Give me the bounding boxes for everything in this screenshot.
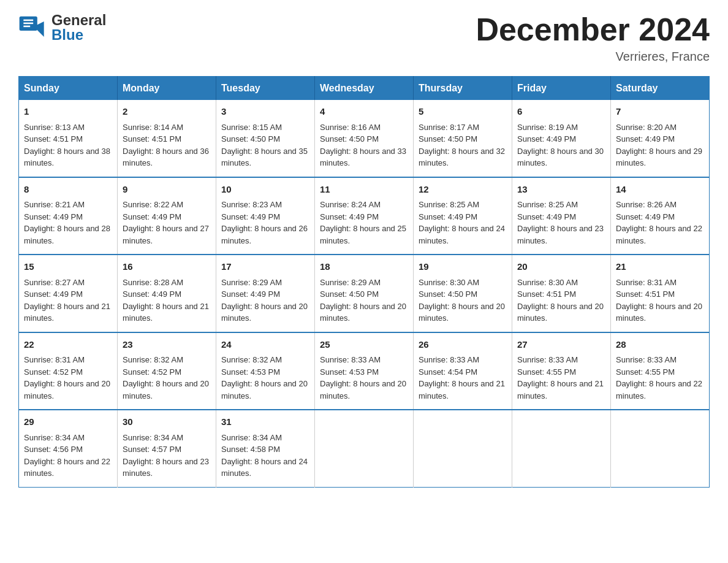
calendar-cell: 19 Sunrise: 8:30 AM Sunset: 4:50 PM Dayl…	[414, 255, 512, 332]
day-number: 28	[616, 338, 704, 352]
calendar-cell: 12 Sunrise: 8:25 AM Sunset: 4:49 PM Dayl…	[414, 177, 512, 255]
day-number: 27	[517, 338, 605, 352]
daylight-label: Daylight: 8 hours and 38 minutes.	[24, 147, 110, 168]
daylight-label: Daylight: 8 hours and 33 minutes.	[320, 147, 406, 168]
weekday-wednesday: Wednesday	[315, 77, 414, 101]
sunrise-label: Sunrise: 8:16 AM	[320, 123, 381, 132]
sunset-label: Sunset: 4:56 PM	[24, 445, 83, 454]
daylight-label: Daylight: 8 hours and 22 minutes.	[24, 457, 110, 478]
daylight-label: Daylight: 8 hours and 20 minutes.	[419, 302, 505, 323]
sunset-label: Sunset: 4:49 PM	[517, 134, 576, 144]
calendar-cell: 29 Sunrise: 8:34 AM Sunset: 4:56 PM Dayl…	[19, 410, 118, 487]
sunrise-label: Sunrise: 8:15 AM	[221, 123, 282, 132]
day-number: 2	[123, 105, 211, 119]
sunset-label: Sunset: 4:51 PM	[517, 289, 576, 299]
sunrise-label: Sunrise: 8:13 AM	[24, 123, 85, 132]
daylight-label: Daylight: 8 hours and 20 minutes.	[517, 302, 604, 323]
calendar-cell: 26 Sunrise: 8:33 AM Sunset: 4:54 PM Dayl…	[414, 332, 512, 410]
daylight-label: Daylight: 8 hours and 36 minutes.	[123, 147, 209, 168]
calendar-cell: 10 Sunrise: 8:23 AM Sunset: 4:49 PM Dayl…	[216, 177, 315, 255]
calendar-cell: 8 Sunrise: 8:21 AM Sunset: 4:49 PM Dayli…	[19, 177, 118, 255]
daylight-label: Daylight: 8 hours and 20 minutes.	[221, 302, 308, 323]
sunrise-label: Sunrise: 8:17 AM	[419, 123, 479, 132]
sunrise-label: Sunrise: 8:26 AM	[616, 200, 677, 209]
sunset-label: Sunset: 4:50 PM	[419, 289, 477, 299]
day-number: 10	[221, 183, 309, 197]
sunrise-label: Sunrise: 8:27 AM	[24, 278, 85, 287]
day-number: 26	[419, 338, 507, 352]
day-number: 23	[123, 338, 211, 352]
sunset-label: Sunset: 4:52 PM	[24, 367, 83, 377]
sunrise-label: Sunrise: 8:33 AM	[419, 355, 479, 364]
sunrise-label: Sunrise: 8:33 AM	[616, 355, 677, 364]
logo: General Blue	[18, 12, 106, 43]
calendar-cell: 11 Sunrise: 8:24 AM Sunset: 4:49 PM Dayl…	[315, 177, 414, 255]
sunset-label: Sunset: 4:49 PM	[419, 212, 477, 221]
daylight-label: Daylight: 8 hours and 35 minutes.	[221, 147, 308, 168]
sunset-label: Sunset: 4:49 PM	[24, 289, 83, 299]
day-number: 24	[221, 338, 309, 352]
weekday-header-row: SundayMondayTuesdayWednesdayThursdayFrid…	[19, 77, 710, 101]
calendar-cell: 16 Sunrise: 8:28 AM Sunset: 4:49 PM Dayl…	[118, 255, 216, 332]
sunset-label: Sunset: 4:49 PM	[123, 212, 181, 221]
month-title: December 2024	[476, 12, 710, 47]
daylight-label: Daylight: 8 hours and 24 minutes.	[221, 457, 308, 478]
day-number: 30	[123, 415, 211, 429]
daylight-label: Daylight: 8 hours and 27 minutes.	[123, 224, 209, 245]
sunrise-label: Sunrise: 8:29 AM	[221, 278, 282, 287]
sunrise-label: Sunrise: 8:34 AM	[123, 433, 183, 442]
sunrise-label: Sunrise: 8:20 AM	[616, 123, 677, 132]
weekday-tuesday: Tuesday	[216, 77, 315, 101]
daylight-label: Daylight: 8 hours and 20 minutes.	[123, 379, 209, 400]
sunrise-label: Sunrise: 8:21 AM	[24, 200, 85, 209]
day-number: 18	[320, 260, 408, 274]
sunrise-label: Sunrise: 8:23 AM	[221, 200, 282, 209]
sunset-label: Sunset: 4:49 PM	[616, 134, 675, 144]
calendar-cell	[611, 410, 710, 487]
daylight-label: Daylight: 8 hours and 21 minutes.	[123, 302, 209, 323]
sunrise-label: Sunrise: 8:33 AM	[517, 355, 578, 364]
location-text: Verrieres, France	[476, 50, 710, 64]
day-number: 12	[419, 183, 507, 197]
day-number: 7	[616, 105, 704, 119]
day-number: 1	[24, 105, 112, 119]
sunrise-label: Sunrise: 8:31 AM	[24, 355, 85, 364]
day-number: 17	[221, 260, 309, 274]
daylight-label: Daylight: 8 hours and 20 minutes.	[24, 379, 110, 400]
daylight-label: Daylight: 8 hours and 32 minutes.	[419, 147, 505, 168]
day-number: 6	[517, 105, 605, 119]
sunset-label: Sunset: 4:50 PM	[419, 134, 477, 144]
sunrise-label: Sunrise: 8:34 AM	[24, 433, 85, 442]
sunrise-label: Sunrise: 8:29 AM	[320, 278, 381, 287]
calendar-cell: 20 Sunrise: 8:30 AM Sunset: 4:51 PM Dayl…	[512, 255, 611, 332]
calendar-cell	[414, 410, 512, 487]
logo-blue-text: Blue	[51, 28, 106, 42]
sunrise-label: Sunrise: 8:34 AM	[221, 433, 282, 442]
calendar-cell: 24 Sunrise: 8:32 AM Sunset: 4:53 PM Dayl…	[216, 332, 315, 410]
week-row-1: 1 Sunrise: 8:13 AM Sunset: 4:51 PM Dayli…	[19, 100, 710, 177]
calendar-cell: 30 Sunrise: 8:34 AM Sunset: 4:57 PM Dayl…	[118, 410, 216, 487]
calendar-cell: 5 Sunrise: 8:17 AM Sunset: 4:50 PM Dayli…	[414, 100, 512, 177]
daylight-label: Daylight: 8 hours and 29 minutes.	[616, 147, 702, 168]
logo-icon	[18, 12, 49, 43]
day-number: 20	[517, 260, 605, 274]
day-number: 19	[419, 260, 507, 274]
calendar-cell: 1 Sunrise: 8:13 AM Sunset: 4:51 PM Dayli…	[19, 100, 118, 177]
sunset-label: Sunset: 4:51 PM	[123, 134, 181, 144]
day-number: 16	[123, 260, 211, 274]
sunset-label: Sunset: 4:49 PM	[221, 212, 280, 221]
sunset-label: Sunset: 4:49 PM	[221, 289, 280, 299]
week-row-4: 22 Sunrise: 8:31 AM Sunset: 4:52 PM Dayl…	[19, 332, 710, 410]
sunset-label: Sunset: 4:55 PM	[517, 367, 576, 377]
sunset-label: Sunset: 4:53 PM	[320, 367, 379, 377]
svg-rect-2	[23, 23, 33, 25]
sunset-label: Sunset: 4:53 PM	[221, 367, 280, 377]
calendar-cell: 21 Sunrise: 8:31 AM Sunset: 4:51 PM Dayl…	[611, 255, 710, 332]
sunrise-label: Sunrise: 8:30 AM	[517, 278, 578, 287]
calendar-cell: 27 Sunrise: 8:33 AM Sunset: 4:55 PM Dayl…	[512, 332, 611, 410]
sunset-label: Sunset: 4:52 PM	[123, 367, 181, 377]
sunset-label: Sunset: 4:49 PM	[517, 212, 576, 221]
sunrise-label: Sunrise: 8:31 AM	[616, 278, 677, 287]
day-number: 4	[320, 105, 408, 119]
calendar-cell: 15 Sunrise: 8:27 AM Sunset: 4:49 PM Dayl…	[19, 255, 118, 332]
